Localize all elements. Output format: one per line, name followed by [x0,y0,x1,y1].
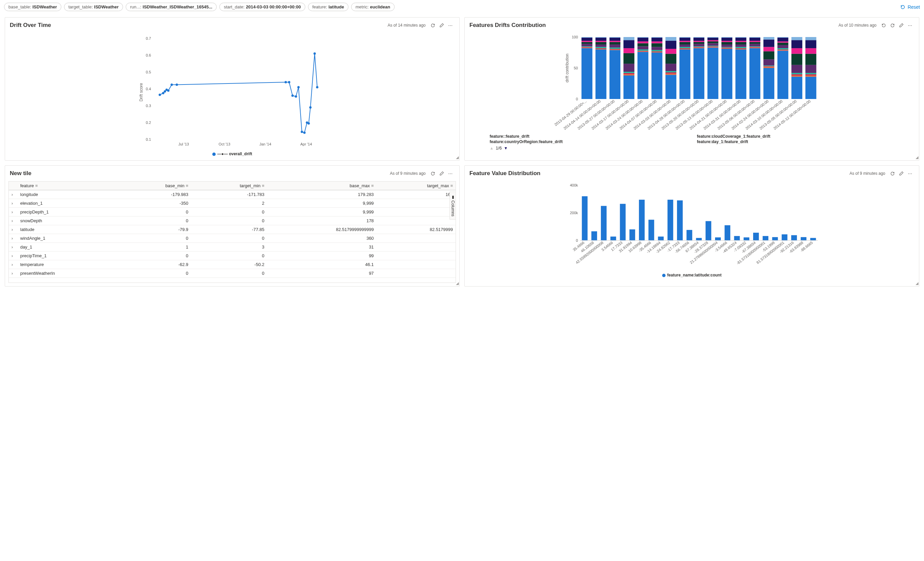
chart-legend: —●— overall_drift [10,151,454,156]
edit-icon[interactable] [897,21,906,30]
svg-rect-127 [707,46,718,47]
svg-rect-181 [777,42,788,43]
edit-icon[interactable] [897,169,906,178]
filter-chip-base-table[interactable]: base_table : ISDWeather [4,3,62,11]
svg-rect-133 [707,37,718,38]
table-row[interactable]: ›longitude-179.983-171.783179.283168 [9,190,456,199]
filter-chip-start-date[interactable]: start_date : 2014-03-03 00:00:00+00:00 [219,3,305,11]
svg-rect-63 [610,37,620,38]
svg-point-28 [309,106,312,109]
svg-rect-193 [792,37,802,40]
contribution-stacked-chart: 050100drift contribution2013-04-29 00:00… [470,35,914,133]
svg-rect-111 [680,41,690,42]
svg-rect-254 [801,237,806,241]
column-header[interactable]: target_min≡ [191,181,267,190]
legend-pager[interactable]: ▲ 1/6 ▼ [490,145,914,151]
svg-rect-78 [638,49,648,51]
refresh-icon[interactable] [888,21,897,30]
filter-chip-metric[interactable]: metric : euclidean [351,3,394,11]
svg-rect-137 [722,48,732,48]
svg-rect-210 [591,231,597,241]
svg-rect-41 [582,41,592,42]
feature-stats-table[interactable]: feature≡base_min≡target_min≡base_max≡tar… [9,181,456,278]
filter-chip-target-table[interactable]: target_table : ISDWeather [64,3,123,11]
svg-text:Jan '14: Jan '14 [260,142,271,146]
tile-title: Feature Value Distribution [470,170,849,177]
refresh-icon[interactable] [888,169,897,178]
svg-rect-188 [792,73,802,75]
svg-rect-75 [638,52,648,99]
svg-rect-45 [596,49,606,99]
svg-rect-139 [722,45,732,47]
svg-rect-214 [610,237,616,241]
svg-rect-141 [722,41,732,42]
table-row[interactable]: ›latitude-79.9-77.8582.517999999999982.5… [9,225,456,234]
filter-bar: base_table : ISDWeather target_table : I… [0,0,924,14]
svg-rect-222 [648,220,654,241]
svg-rect-120 [693,42,704,44]
svg-rect-186 [792,75,802,77]
svg-rect-185 [792,77,802,99]
tile-title: Drift Over Time [10,22,387,28]
edit-icon[interactable] [437,21,446,30]
resize-handle[interactable]: ◢ [916,155,918,160]
more-icon[interactable]: ⋯ [906,169,914,178]
column-header[interactable]: target_max≡ [376,181,456,190]
svg-rect-244 [753,233,759,241]
svg-rect-67 [623,73,634,75]
svg-rect-119 [693,44,704,46]
resize-handle[interactable]: ◢ [916,281,918,286]
table-row[interactable]: ›snowDepth00178 [9,217,456,225]
svg-rect-177 [777,49,788,50]
svg-rect-36 [582,48,592,48]
more-icon[interactable]: ⋯ [446,21,454,30]
svg-rect-35 [582,48,592,99]
more-icon[interactable]: ⋯ [446,169,454,178]
svg-point-18 [176,84,178,86]
table-row[interactable]: ›temperature-62.9-50.246.1 [9,260,456,269]
svg-rect-77 [638,51,648,51]
reset-button[interactable]: Reset [900,4,920,10]
svg-rect-197 [806,74,816,75]
table-row[interactable]: ›precipDepth_1009,9999 [9,208,456,217]
svg-rect-108 [680,47,690,48]
undo-icon[interactable] [879,21,888,30]
svg-rect-42 [582,38,592,41]
table-row[interactable]: ›presentWeatherIn0097 [9,269,456,278]
svg-rect-40 [582,42,592,44]
filter-chip-run[interactable]: run... : ISDWeather_ISDWeather_16545... [126,3,217,11]
table-row[interactable]: ›windAngle_100360 [9,234,456,243]
svg-rect-123 [693,37,704,38]
table-row[interactable]: ›elevation_1-35029,9999 [9,199,456,208]
refresh-icon[interactable] [428,21,437,30]
svg-rect-158 [750,46,760,47]
svg-text:0.2: 0.2 [146,121,151,124]
filter-chip-feature[interactable]: feature : latitude [308,3,348,11]
tile-timestamp: As of 10 minutes ago [838,23,876,28]
tile-timestamp: As of 9 minutes ago [849,171,885,176]
svg-rect-226 [668,200,673,241]
pager-next-icon[interactable]: ▼ [504,146,508,151]
svg-rect-161 [750,41,760,42]
tile-title: Features Drifts Contribution [470,22,838,28]
columns-toggle[interactable]: ▮ Columns [450,191,456,220]
svg-text:Apr '14: Apr '14 [300,142,312,146]
svg-point-29 [314,52,316,55]
svg-rect-135 [722,49,732,99]
column-header[interactable]: base_max≡ [267,181,376,190]
column-header[interactable] [9,181,18,190]
column-header[interactable]: feature≡ [18,181,119,190]
svg-rect-172 [763,39,774,47]
resize-handle[interactable]: ◢ [456,281,459,286]
more-icon[interactable]: ⋯ [906,21,914,30]
svg-rect-150 [735,42,746,45]
column-header[interactable]: base_min≡ [119,181,191,190]
pager-prev-icon[interactable]: ▲ [490,146,494,151]
table-row[interactable]: ›day_11331 [9,243,456,251]
svg-rect-136 [722,48,732,49]
resize-handle[interactable]: ◢ [456,155,459,160]
edit-icon[interactable] [437,169,446,178]
svg-text:0.4: 0.4 [146,87,151,91]
table-row[interactable]: ›precipTime_10099 [9,251,456,260]
refresh-icon[interactable] [428,169,437,178]
